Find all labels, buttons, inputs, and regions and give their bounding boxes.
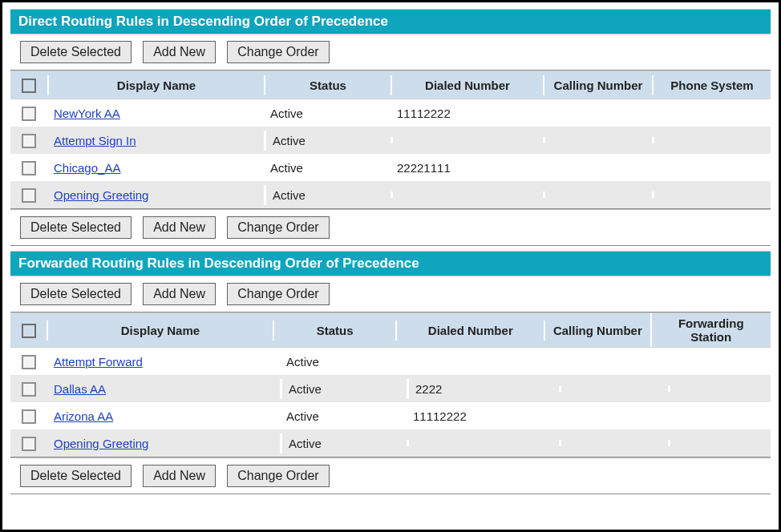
calling-number-cell — [543, 110, 652, 116]
direct-routing-grid: Display Name Status Dialed Number Callin… — [10, 71, 771, 209]
dialed-number-cell — [407, 440, 559, 446]
delete-selected-button[interactable]: Delete Selected — [20, 216, 132, 239]
table-row: Attempt Sign In Active — [10, 127, 771, 154]
dialed-number-cell: 2222 — [407, 379, 559, 399]
col-dialed-number: Dialed Number — [395, 320, 544, 341]
col-status: Status — [264, 75, 390, 95]
dialed-number-cell: 11112222 — [390, 103, 543, 123]
display-name-link[interactable]: Opening Greeting — [47, 433, 280, 453]
table-row: Attempt Forward Active — [10, 348, 771, 375]
row-checkbox[interactable] — [22, 437, 36, 451]
table-row: Chicago_AA Active 22221111 — [10, 154, 771, 181]
direct-bottom-button-bar: Delete Selected Add New Change Order — [10, 209, 771, 246]
forwarded-routing-section: Forwarded Routing Rules in Descending Or… — [10, 251, 771, 494]
display-name-link[interactable]: Attempt Forward — [47, 352, 280, 372]
col-forwarding-station: Forwarding Station — [650, 313, 771, 347]
direct-top-button-bar: Delete Selected Add New Change Order — [10, 34, 771, 71]
dialed-number-cell: 22221111 — [390, 158, 543, 178]
row-checkbox[interactable] — [22, 355, 36, 369]
delete-selected-button[interactable]: Delete Selected — [20, 283, 132, 305]
calling-number-cell — [543, 191, 652, 198]
table-row: Arizona AA Active 11112222 — [10, 402, 771, 429]
table-row: NewYork AA Active 11112222 — [10, 99, 771, 127]
display-name-link[interactable]: Attempt Sign In — [47, 131, 264, 151]
row-checkbox[interactable] — [22, 134, 36, 148]
forwarded-bottom-button-bar: Delete Selected Add New Change Order — [10, 457, 771, 494]
status-cell: Active — [264, 185, 390, 205]
forwarded-header-row: Display Name Status Dialed Number Callin… — [10, 312, 771, 348]
forwarded-routing-grid: Display Name Status Dialed Number Callin… — [10, 312, 771, 457]
forwarding-station-cell — [668, 413, 771, 419]
row-checkbox[interactable] — [22, 107, 36, 121]
change-order-button[interactable]: Change Order — [227, 216, 329, 239]
direct-header-row: Display Name Status Dialed Number Callin… — [10, 71, 771, 99]
phone-system-cell — [652, 137, 771, 143]
status-cell: Active — [280, 406, 407, 426]
status-cell: Active — [280, 379, 407, 399]
forwarding-station-cell — [668, 440, 771, 446]
calling-number-cell — [559, 358, 668, 365]
col-dialed-number: Dialed Number — [390, 75, 543, 95]
phone-system-cell — [652, 191, 771, 198]
calling-number-cell — [559, 413, 668, 419]
forwarded-top-button-bar: Delete Selected Add New Change Order — [10, 276, 771, 312]
forwarded-routing-title: Forwarded Routing Rules in Descending Or… — [10, 251, 771, 276]
phone-system-cell — [652, 110, 771, 116]
col-calling-number: Calling Number — [544, 320, 649, 341]
dialed-number-cell — [390, 191, 543, 198]
delete-selected-button[interactable]: Delete Selected — [20, 41, 132, 63]
add-new-button[interactable]: Add New — [143, 283, 216, 305]
table-row: Opening Greeting Active — [10, 181, 771, 208]
direct-routing-section: Direct Routing Rules in Descending Order… — [10, 9, 771, 246]
calling-number-cell — [543, 164, 652, 171]
phone-system-cell — [652, 164, 771, 171]
select-all-checkbox[interactable] — [22, 79, 36, 93]
row-checkbox[interactable] — [22, 382, 36, 397]
col-status: Status — [273, 320, 396, 341]
forwarding-station-cell — [668, 385, 771, 392]
dialed-number-cell — [407, 358, 559, 365]
delete-selected-button[interactable]: Delete Selected — [20, 465, 132, 487]
change-order-button[interactable]: Change Order — [227, 41, 329, 63]
status-cell: Active — [264, 131, 390, 151]
change-order-button[interactable]: Change Order — [227, 465, 329, 487]
col-calling-number: Calling Number — [543, 75, 652, 95]
status-cell: Active — [280, 433, 407, 453]
select-all-checkbox[interactable] — [22, 324, 36, 338]
add-new-button[interactable]: Add New — [143, 465, 216, 487]
add-new-button[interactable]: Add New — [143, 216, 216, 239]
status-cell: Active — [264, 103, 390, 123]
add-new-button[interactable]: Add New — [143, 41, 216, 63]
display-name-link[interactable]: Chicago_AA — [47, 158, 264, 178]
status-cell: Active — [280, 352, 407, 372]
row-checkbox[interactable] — [22, 161, 36, 175]
dialed-number-cell — [390, 137, 543, 143]
col-phone-system: Phone System — [652, 75, 771, 95]
display-name-link[interactable]: Arizona AA — [47, 406, 280, 426]
col-display-name: Display Name — [47, 320, 273, 341]
col-display-name: Display Name — [47, 75, 264, 95]
calling-number-cell — [559, 440, 668, 446]
status-cell: Active — [264, 158, 390, 178]
calling-number-cell — [543, 137, 652, 143]
forwarding-station-cell — [668, 358, 771, 365]
display-name-link[interactable]: NewYork AA — [47, 103, 264, 123]
row-checkbox[interactable] — [22, 188, 36, 203]
row-checkbox[interactable] — [22, 409, 36, 424]
display-name-link[interactable]: Opening Greeting — [47, 185, 264, 205]
dialed-number-cell: 11112222 — [407, 406, 559, 426]
change-order-button[interactable]: Change Order — [227, 283, 329, 305]
direct-routing-title: Direct Routing Rules in Descending Order… — [10, 9, 771, 34]
calling-number-cell — [559, 385, 668, 392]
table-row: Opening Greeting Active — [10, 429, 771, 457]
display-name-link[interactable]: Dallas AA — [47, 379, 280, 399]
table-row: Dallas AA Active 2222 — [10, 375, 771, 402]
